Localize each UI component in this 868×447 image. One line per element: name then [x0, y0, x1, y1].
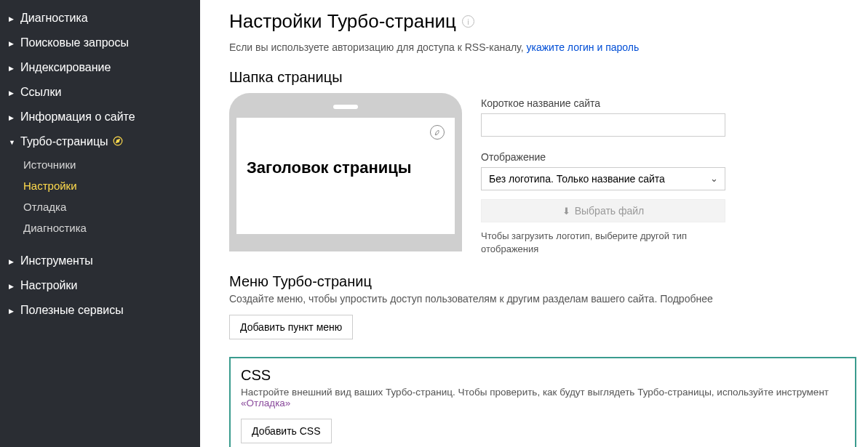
- chevron-right-icon: [9, 307, 16, 315]
- chevron-right-icon: [9, 39, 16, 47]
- rocket-icon: [113, 136, 123, 148]
- sidebar-item-links[interactable]: Ссылки: [0, 80, 200, 105]
- sidebar-item-label: Инструменты: [20, 254, 93, 267]
- sidebar-item-label: Полезные сервисы: [20, 304, 124, 317]
- chevron-right-icon: [9, 89, 16, 97]
- sidebar-sub-settings[interactable]: Настройки: [0, 175, 200, 196]
- chevron-right-icon: [9, 15, 16, 23]
- page-title-text: Настройки Турбо-страниц: [229, 10, 456, 33]
- header-block: Заголовок страницы Короткое название сай…: [229, 93, 856, 256]
- upload-button-label: Выбрать файл: [575, 205, 645, 217]
- preview-heading: Заголовок страницы: [247, 158, 445, 177]
- add-menu-item-button[interactable]: Добавить пункт меню: [229, 315, 353, 339]
- rocket-icon: [430, 125, 445, 140]
- intro-text-body: Если вы используете авторизацию для дост…: [229, 41, 526, 53]
- main-content: Настройки Турбо-страниц i Если вы исполь…: [200, 0, 868, 447]
- chevron-right-icon: [9, 257, 16, 265]
- sidebar-item-turbo-pages[interactable]: Турбо-страницы: [0, 129, 200, 154]
- css-hint-text: Настройте внешний вид ваших Турбо-страни…: [241, 387, 829, 398]
- sidebar-item-label: Диагностика: [20, 12, 88, 25]
- css-hint: Настройте внешний вид ваших Турбо-страни…: [241, 387, 845, 408]
- header-section-title: Шапка страницы: [229, 69, 856, 86]
- phone-screen: Заголовок страницы: [236, 118, 455, 234]
- sidebar-item-settings[interactable]: Настройки: [0, 273, 200, 298]
- sidebar-item-tools[interactable]: Инструменты: [0, 249, 200, 273]
- sidebar-item-search-queries[interactable]: Поисковые запросы: [0, 31, 200, 55]
- add-css-button[interactable]: Добавить CSS: [241, 419, 332, 443]
- chevron-down-icon: [9, 138, 16, 146]
- sidebar-item-label: Информация о сайте: [20, 110, 135, 124]
- sidebar-item-diagnostics[interactable]: Диагностика: [0, 6, 200, 31]
- upload-file-button: ⬇ Выбрать файл: [481, 199, 725, 222]
- sidebar-item-site-info[interactable]: Информация о сайте: [0, 105, 200, 129]
- sidebar-item-label: Турбо-страницы: [20, 135, 108, 148]
- site-name-input[interactable]: [481, 113, 725, 137]
- display-label: Отображение: [481, 151, 725, 163]
- sidebar-submenu-turbo: Источники Настройки Отладка Диагностика: [0, 154, 200, 238]
- sidebar-sub-debug[interactable]: Отладка: [0, 196, 200, 217]
- sidebar-item-useful-services[interactable]: Полезные сервисы: [0, 298, 200, 323]
- menu-hint-link[interactable]: Подробнее: [660, 293, 713, 305]
- phone-speaker: [333, 105, 358, 109]
- chevron-right-icon: [9, 282, 16, 290]
- chevron-down-icon: ⌄: [710, 173, 718, 184]
- menu-hint: Создайте меню, чтобы упростить доступ по…: [229, 293, 856, 305]
- sidebar-item-label: Настройки: [20, 279, 77, 292]
- page-title: Настройки Турбо-страниц i: [229, 10, 856, 33]
- css-section: CSS Настройте внешний вид ваших Турбо-ст…: [229, 357, 856, 447]
- sidebar-item-label: Поисковые запросы: [20, 36, 129, 49]
- sidebar-item-label: Ссылки: [20, 86, 61, 99]
- css-hint-link[interactable]: «Отладка»: [241, 398, 290, 408]
- sidebar-item-label: Индексирование: [20, 61, 111, 74]
- sidebar-sub-diagnostics[interactable]: Диагностика: [0, 217, 200, 238]
- phone-preview: Заголовок страницы: [229, 93, 462, 251]
- intro-text: Если вы используете авторизацию для дост…: [229, 41, 856, 53]
- header-form: Короткое название сайта Отображение Без …: [481, 93, 725, 256]
- chevron-right-icon: [9, 113, 16, 121]
- sidebar-sub-sources[interactable]: Источники: [0, 154, 200, 175]
- chevron-right-icon: [9, 64, 16, 72]
- menu-section-title: Меню Турбо-страниц: [229, 273, 856, 290]
- intro-link[interactable]: укажите логин и пароль: [526, 41, 639, 53]
- sidebar-item-indexing[interactable]: Индексирование: [0, 55, 200, 80]
- download-icon: ⬇: [562, 206, 570, 217]
- info-icon[interactable]: i: [462, 15, 474, 28]
- upload-hint: Чтобы загрузить логотип, выберите другой…: [481, 230, 725, 256]
- display-select[interactable]: Без логотипа. Только название сайта ⌄: [481, 167, 725, 190]
- sidebar: Диагностика Поисковые запросы Индексиров…: [0, 0, 200, 447]
- display-selected-value: Без логотипа. Только название сайта: [489, 173, 665, 185]
- site-name-label: Короткое название сайта: [481, 97, 725, 109]
- menu-hint-text: Создайте меню, чтобы упростить доступ по…: [229, 293, 660, 305]
- css-section-title: CSS: [241, 367, 845, 384]
- menu-section: Меню Турбо-страниц Создайте меню, чтобы …: [229, 273, 856, 339]
